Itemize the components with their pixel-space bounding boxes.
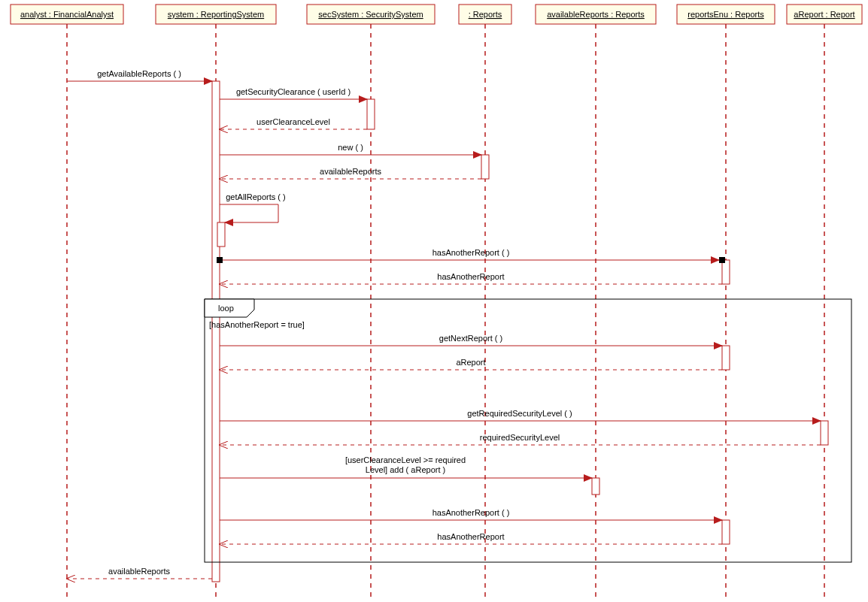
activation-system xyxy=(212,81,220,582)
svg-text:getNextReport (  ): getNextReport ( ) xyxy=(439,334,502,343)
svg-text:hasAnotherReport: hasAnotherReport xyxy=(437,532,504,541)
lifeline-label: system : ReportingSystem xyxy=(168,10,264,19)
svg-text:requiredSecurityLevel: requiredSecurityLevel xyxy=(480,433,560,442)
message-new[interactable]: new ( ) xyxy=(220,143,481,155)
svg-text:aReport: aReport xyxy=(456,358,485,367)
lifeline-label: aReport : Report xyxy=(794,10,854,19)
activation-reports xyxy=(481,155,489,179)
lifeline-label: secSystem : SecuritySystem xyxy=(318,10,423,19)
svg-text:hasAnotherReport (  ): hasAnotherReport ( ) xyxy=(432,508,510,517)
return-availablereports[interactable]: availableReports xyxy=(220,167,481,179)
lifeline-analyst[interactable]: analyst : FinancialAnalyst xyxy=(11,5,123,597)
return-userclearancelevel[interactable]: userClearanceLevel xyxy=(220,117,367,129)
lifeline-label: analyst : FinancialAnalyst xyxy=(20,10,114,19)
message-add-areport[interactable]: [userClearanceLevel >= required Level] a… xyxy=(220,455,592,478)
lifeline-reportsenu[interactable]: reportsEnu : Reports xyxy=(677,5,775,597)
return-availablereports-final[interactable]: availableReports xyxy=(67,567,212,579)
lifeline-areport[interactable]: aReport : Report xyxy=(787,5,862,597)
return-areport[interactable]: aReport xyxy=(220,358,722,370)
svg-text:getSecurityClearance ( userId : getSecurityClearance ( userId ) xyxy=(236,87,351,96)
message-hasanotherreport-1[interactable]: hasAnotherReport ( ) xyxy=(217,248,725,263)
lifeline-availablereports[interactable]: availableReports : Reports xyxy=(536,5,656,597)
svg-text:hasAnotherReport: hasAnotherReport xyxy=(437,272,504,281)
return-hasanotherreport-1[interactable]: hasAnotherReport xyxy=(220,272,722,284)
message-getallreports[interactable]: getAllReports ( ) xyxy=(220,192,286,222)
loop-frame[interactable]: loop [hasAnotherReport = true] xyxy=(205,299,851,562)
message-getsecurityclearance[interactable]: getSecurityClearance ( userId ) xyxy=(220,87,367,99)
svg-text:new (  ): new ( ) xyxy=(338,143,363,152)
svg-text:[userClearanceLevel >= require: [userClearanceLevel >= required xyxy=(345,455,466,464)
message-hasanotherreport-2[interactable]: hasAnotherReport ( ) xyxy=(220,508,722,520)
frame-label-text: loop xyxy=(218,304,234,313)
svg-text:hasAnotherReport (  ): hasAnotherReport ( ) xyxy=(432,248,510,257)
svg-rect-26 xyxy=(719,257,725,263)
activation-secsystem xyxy=(367,99,375,129)
activation-reportsenu-2 xyxy=(722,346,730,370)
svg-text:Level] add ( aReport ): Level] add ( aReport ) xyxy=(366,465,445,474)
message-getavailablereports[interactable]: getAvailableReports ( ) xyxy=(67,69,212,81)
svg-text:getAllReports (  ): getAllReports ( ) xyxy=(226,192,285,201)
svg-text:getRequiredSecurityLevel (  ): getRequiredSecurityLevel ( ) xyxy=(467,409,572,418)
message-getrequiredsecuritylevel[interactable]: getRequiredSecurityLevel ( ) xyxy=(220,409,821,421)
return-hasanotherreport-2[interactable]: hasAnotherReport xyxy=(220,532,722,544)
svg-text:availableReports: availableReports xyxy=(320,167,381,176)
activation-reportsenu-3 xyxy=(722,520,730,544)
svg-text:userClearanceLevel: userClearanceLevel xyxy=(256,117,330,126)
activation-availablereports xyxy=(592,478,599,495)
svg-rect-31 xyxy=(205,299,851,562)
activation-reportsenu-1 xyxy=(722,260,730,284)
lifeline-label: reportsEnu : Reports xyxy=(687,10,764,19)
svg-text:availableReports: availableReports xyxy=(108,567,170,576)
svg-rect-25 xyxy=(217,257,223,263)
activation-areport xyxy=(821,421,828,445)
message-getnextreport[interactable]: getNextReport ( ) xyxy=(220,334,722,346)
activation-self xyxy=(217,222,225,247)
svg-text:getAvailableReports (  ): getAvailableReports ( ) xyxy=(97,69,181,78)
lifeline-label: availableReports : Reports xyxy=(547,10,645,19)
lifeline-label: : Reports xyxy=(469,10,502,19)
return-requiredsecuritylevel[interactable]: requiredSecurityLevel xyxy=(220,433,821,445)
frame-guard: [hasAnotherReport = true] xyxy=(209,320,305,329)
